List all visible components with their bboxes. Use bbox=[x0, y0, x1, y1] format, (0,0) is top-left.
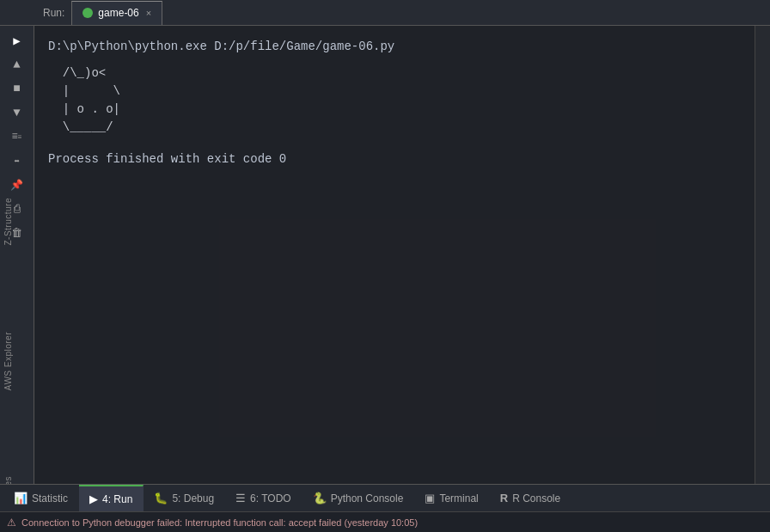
terminal-area: D:\p\Python\python.exe D:/p/file/Game/ga… bbox=[34, 26, 755, 484]
sidebar-label-z-structure[interactable]: Z-Structure bbox=[3, 198, 13, 246]
tab-name: game-06 bbox=[98, 7, 138, 19]
status-bar: ⚠ Connection to Python debugger failed: … bbox=[0, 511, 770, 532]
tab-statistic[interactable]: 📊 Statistic bbox=[3, 485, 79, 511]
sidebar-left: ▶ ▲ ■ ▼ ≡≡ ⬌ 📌 ⎙ 🗑 Z-Structure AWS Explo… bbox=[0, 26, 34, 484]
art-line-3: | o . o| bbox=[48, 101, 741, 119]
tab-python-console[interactable]: 🐍 Python Console bbox=[302, 485, 415, 511]
list-icon[interactable]: ≡≡ bbox=[3, 125, 31, 148]
content-area: ▶ ▲ ■ ▼ ≡≡ ⬌ 📌 ⎙ 🗑 Z-Structure AWS Explo… bbox=[0, 26, 770, 484]
bottom-tabs: 📊 Statistic ▶ 4: Run 🐛 5: Debug ☰ 6: TOD… bbox=[0, 484, 770, 511]
run-tab[interactable]: game-06 × bbox=[71, 1, 162, 25]
status-message: Connection to Python debugger failed: In… bbox=[21, 517, 418, 528]
command-line: D:\p\Python\python.exe D:/p/file/Game/ga… bbox=[48, 38, 741, 56]
tab-run[interactable]: ▶ 4: Run bbox=[79, 485, 144, 511]
pin-icon[interactable]: 📌 bbox=[3, 174, 31, 196]
statistic-icon: 📊 bbox=[14, 492, 28, 504]
r-console-icon: R bbox=[500, 492, 508, 504]
scroll-up-button[interactable]: ▲ bbox=[3, 53, 31, 76]
warning-icon: ⚠ bbox=[7, 517, 16, 529]
run-label: Run: bbox=[43, 7, 64, 19]
stop-button[interactable]: ■ bbox=[3, 77, 31, 100]
tab-python-console-label: Python Console bbox=[331, 492, 404, 504]
tab-terminal-label: Terminal bbox=[439, 492, 478, 504]
play-button[interactable]: ▶ bbox=[3, 29, 31, 52]
tab-run-label: 4: Run bbox=[102, 493, 132, 505]
tab-todo[interactable]: ☰ 6: TODO bbox=[225, 485, 302, 511]
tab-todo-label: 6: TODO bbox=[250, 492, 291, 504]
tab-statistic-label: Statistic bbox=[32, 492, 68, 504]
scroll-down-button[interactable]: ▼ bbox=[3, 101, 31, 124]
debug-icon: 🐛 bbox=[154, 492, 168, 504]
run-tab-icon: ▶ bbox=[89, 492, 98, 505]
tab-bar: Run: game-06 × bbox=[0, 0, 770, 26]
tab-debug-label: 5: Debug bbox=[172, 492, 214, 504]
right-gutter bbox=[755, 26, 770, 484]
sidebar-label-aws-explorer[interactable]: AWS Explorer bbox=[3, 332, 13, 390]
tab-terminal[interactable]: ▣ Terminal bbox=[414, 485, 489, 511]
tab-r-console[interactable]: R R Console bbox=[490, 485, 571, 511]
tab-debug[interactable]: 🐛 5: Debug bbox=[144, 485, 225, 511]
sidebar-label-favorites[interactable]: 2: Favorites bbox=[3, 476, 13, 484]
python-console-icon: 🐍 bbox=[313, 492, 327, 504]
art-line-2: | \ bbox=[48, 83, 741, 101]
terminal-icon: ▣ bbox=[425, 492, 435, 504]
indent-icon[interactable]: ⬌ bbox=[3, 150, 31, 172]
tab-close-button[interactable]: × bbox=[146, 8, 151, 18]
tab-r-console-label: R Console bbox=[512, 492, 560, 504]
todo-icon: ☰ bbox=[235, 492, 246, 504]
exit-message: Process finished with exit code 0 bbox=[48, 150, 741, 168]
art-line-4: \_____/ bbox=[48, 119, 741, 137]
art-line-1: /\_)o< bbox=[48, 64, 741, 83]
tab-python-icon bbox=[82, 8, 93, 18]
